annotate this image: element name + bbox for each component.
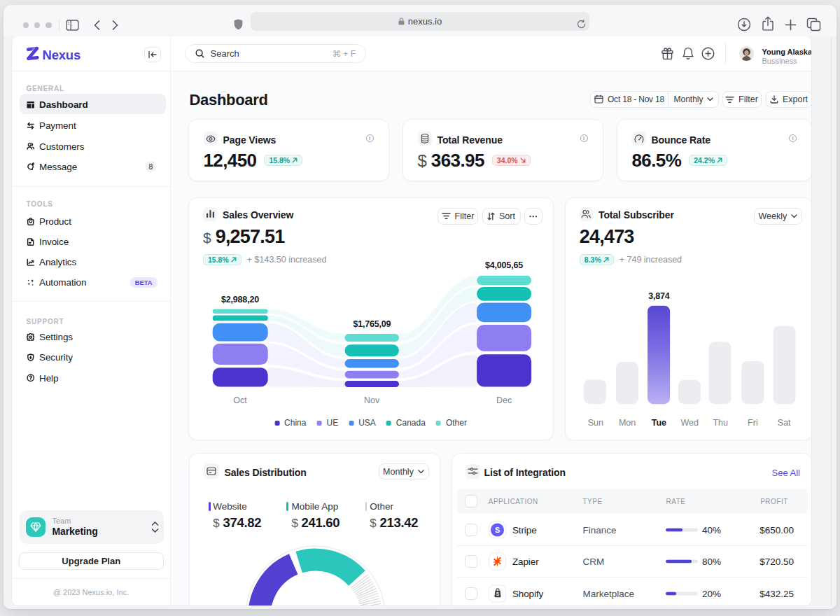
svg-text:S: S [496,592,500,596]
